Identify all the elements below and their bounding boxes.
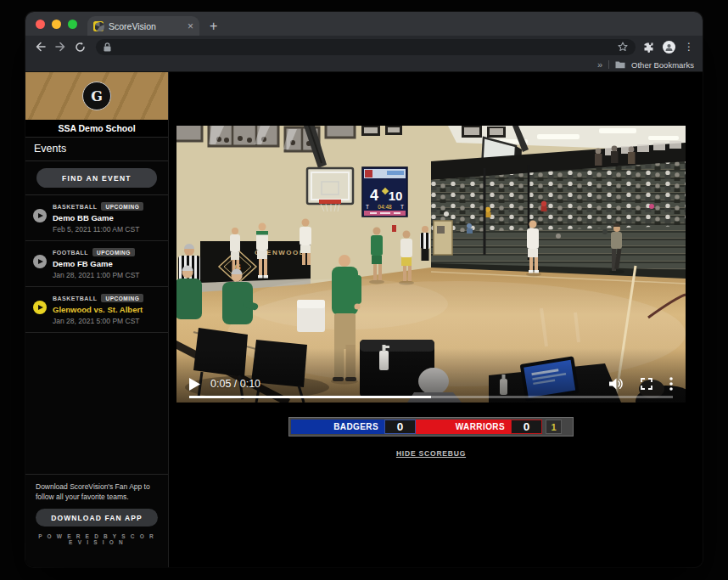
event-item-demo-bb[interactable]: BASKETBALL UPCOMING Demo BB Game Feb 5, … bbox=[25, 195, 168, 241]
home-team-score: 0 bbox=[384, 420, 416, 434]
forward-button[interactable] bbox=[52, 38, 69, 55]
powered-by-label: P O W E R E D B Y S C O R E V I S I O N bbox=[36, 533, 158, 545]
hide-scorebug-link[interactable]: HIDE SCOREBUG bbox=[396, 449, 466, 458]
event-title-selected: Glenwood vs. St. Albert bbox=[53, 305, 143, 314]
extensions-icon[interactable] bbox=[643, 42, 654, 53]
away-team-score: 0 bbox=[511, 420, 542, 434]
event-sport-label: BASKETBALL bbox=[53, 296, 97, 301]
close-tab-icon[interactable]: × bbox=[188, 21, 193, 31]
profile-avatar[interactable] bbox=[663, 41, 675, 53]
event-sport-label: FOOTBALL bbox=[53, 250, 88, 256]
scorebug: BADGERS 0 WARRIORS 0 1 bbox=[288, 417, 574, 436]
play-circle-icon[interactable] bbox=[33, 209, 47, 222]
play-circle-icon[interactable] bbox=[33, 255, 47, 268]
event-title: Demo FB Game bbox=[53, 259, 140, 268]
event-date: Jan 28, 2021 1:00 PM CST bbox=[53, 271, 140, 279]
folder-icon bbox=[615, 60, 625, 69]
gym-scoreboard: 4 10 T T 04:48 bbox=[362, 167, 407, 217]
event-date: Jan 28, 2021 5:00 PM CST bbox=[53, 317, 143, 325]
bookmarks-bar: » Other Bookmarks bbox=[25, 58, 703, 72]
away-team-name: WARRIORS bbox=[416, 420, 511, 434]
video-player[interactable]: 4 10 T T 04:48 bbox=[176, 126, 686, 403]
event-sport-label: BASKETBALL bbox=[53, 204, 97, 210]
minimize-window-button[interactable] bbox=[52, 20, 61, 29]
school-name: SSA Demo School bbox=[25, 120, 168, 138]
bookmarks-divider bbox=[608, 60, 609, 69]
download-fan-app-button[interactable]: DOWNLOAD FAN APP bbox=[36, 509, 158, 527]
tab-title: ScoreVision bbox=[109, 21, 182, 31]
person-icon bbox=[664, 42, 674, 52]
play-circle-icon-active[interactable] bbox=[33, 301, 47, 314]
video-bottom-gradient bbox=[176, 348, 686, 403]
events-header: Events bbox=[25, 138, 168, 161]
status-badge: UPCOMING bbox=[101, 202, 143, 211]
hide-scorebug-row: HIDE SCOREBUG bbox=[176, 444, 686, 459]
tab-strip: ScoreVision × + bbox=[25, 12, 703, 36]
event-item-glenwood[interactable]: BASKETBALL UPCOMING Glenwood vs. St. Alb… bbox=[25, 287, 168, 333]
event-item-demo-fb[interactable]: FOOTBALL UPCOMING Demo FB Game Jan 28, 2… bbox=[25, 241, 168, 287]
reload-button[interactable] bbox=[71, 38, 88, 55]
event-date: Feb 5, 2021 11:00 AM CST bbox=[53, 225, 143, 234]
svg-text:04:48: 04:48 bbox=[378, 204, 392, 210]
events-list: BASKETBALL UPCOMING Demo BB Game Feb 5, … bbox=[25, 194, 168, 333]
volume-icon[interactable] bbox=[609, 378, 624, 390]
svg-text:10: 10 bbox=[389, 189, 403, 203]
play-button[interactable] bbox=[189, 378, 200, 391]
video-time-display: 0:05 / 0:10 bbox=[210, 378, 260, 390]
lock-icon bbox=[104, 42, 111, 52]
browser-menu-icon[interactable]: ⋮ bbox=[684, 42, 694, 52]
video-progress-bar[interactable] bbox=[189, 396, 673, 399]
video-progress-fill bbox=[189, 396, 431, 399]
sidebar: G SSA Demo School Events FIND AN EVENT B… bbox=[25, 72, 169, 567]
browser-window: ScoreVision × + ⋮ » bbox=[25, 12, 703, 567]
traffic-lights bbox=[36, 20, 77, 29]
period-indicator: 1 bbox=[546, 420, 562, 434]
other-bookmarks-button[interactable]: Other Bookmarks bbox=[631, 60, 694, 70]
fan-app-promo-text: Download ScoreVision's Fan App to follow… bbox=[36, 481, 158, 504]
main-area: 4 10 T T 04:48 bbox=[169, 72, 703, 567]
toolbar-right-icons: ⋮ bbox=[643, 41, 696, 53]
zoom-window-button[interactable] bbox=[68, 20, 77, 29]
new-tab-button[interactable]: + bbox=[210, 20, 217, 33]
browser-toolbar: ⋮ bbox=[25, 36, 703, 58]
video-controls: 0:05 / 0:10 bbox=[189, 377, 673, 391]
back-button[interactable] bbox=[32, 38, 49, 55]
school-logo: G bbox=[82, 82, 111, 110]
address-bar[interactable] bbox=[96, 39, 636, 55]
bookmark-star-icon[interactable] bbox=[618, 42, 628, 52]
find-an-event-button[interactable]: FIND AN EVENT bbox=[36, 168, 157, 188]
sidebar-footer: Download ScoreVision's Fan App to follow… bbox=[25, 474, 168, 568]
svg-text:T: T bbox=[400, 204, 404, 210]
bookmarks-overflow-chevron[interactable]: » bbox=[597, 60, 602, 70]
school-banner: G bbox=[25, 72, 168, 120]
svg-text:4: 4 bbox=[370, 187, 378, 204]
status-badge: UPCOMING bbox=[101, 294, 143, 302]
home-team-name: BADGERS bbox=[291, 420, 384, 434]
tab-search-icon[interactable] bbox=[95, 20, 104, 35]
close-window-button[interactable] bbox=[36, 20, 45, 29]
event-title: Demo BB Game bbox=[53, 213, 143, 222]
fullscreen-icon[interactable] bbox=[641, 378, 652, 390]
page-content: G SSA Demo School Events FIND AN EVENT B… bbox=[25, 72, 703, 567]
status-badge: UPCOMING bbox=[92, 248, 135, 256]
glenwood-wall-pad: GLENWOOD G bbox=[200, 241, 311, 285]
svg-text:T: T bbox=[366, 204, 369, 210]
video-menu-kebab-icon[interactable] bbox=[669, 377, 673, 391]
